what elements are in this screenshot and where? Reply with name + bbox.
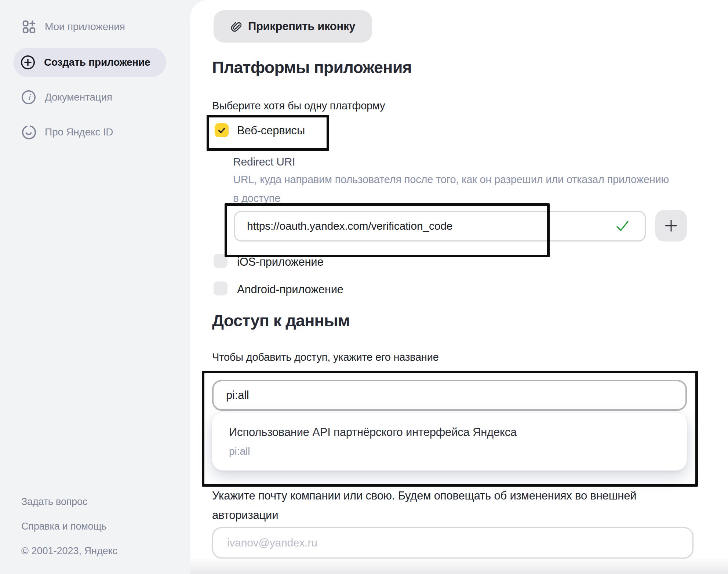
sidebar-footer: Задать вопрос Справка и помощь © 2001-20… [21, 496, 117, 557]
main-panel: Прикрепить иконку Платформы приложения В… [190, 0, 728, 574]
sidebar-item-about-yandex-id[interactable]: Про Яндекс ID [21, 124, 113, 141]
android-checkbox[interactable] [214, 281, 228, 295]
sidebar-item-label: Создать приложение [44, 57, 150, 68]
access-subtitle: Чтобы добавить доступ, укажите его назва… [212, 351, 439, 363]
plus-circle-icon [20, 54, 36, 70]
sidebar: Мои приложения Создать приложение i Доку… [0, 0, 190, 574]
web-services-checkbox-label[interactable]: Веб-сервисы [237, 124, 305, 137]
scope-suggestion-code: pi:all [229, 446, 250, 457]
bottom-fade [190, 557, 728, 574]
platforms-subtitle: Выберите хотя бы одну платформу [212, 100, 385, 112]
sidebar-item-label: Документация [45, 91, 112, 103]
redirect-uri-field-wrap [234, 211, 646, 241]
email-field-wrap [212, 527, 694, 559]
checkmark-icon [217, 126, 226, 135]
sidebar-item-my-apps[interactable]: Мои приложения [21, 18, 125, 35]
redirect-uri-label: Redirect URI [233, 156, 295, 168]
ios-checkbox[interactable] [214, 254, 228, 268]
scope-suggestion-title: Использование API партнёрского интерфейс… [229, 426, 517, 439]
scope-field-wrap [212, 380, 687, 411]
paperclip-icon [228, 20, 241, 33]
help-link[interactable]: Справка и помощь [21, 521, 117, 532]
apps-grid-plus-icon [21, 19, 37, 34]
email-input[interactable] [212, 527, 694, 559]
web-services-checkbox[interactable] [215, 123, 229, 137]
copyright-text: © 2001-2023, Яндекс [21, 545, 117, 557]
sidebar-item-create-app[interactable]: Создать приложение [13, 48, 166, 77]
yandex-id-icon [21, 124, 37, 140]
scope-suggestion-item[interactable]: Использование API партнёрского интерфейс… [212, 413, 687, 471]
attach-icon-button[interactable]: Прикрепить иконку [214, 10, 372, 43]
access-section-title: Доступ к данным [212, 311, 350, 330]
redirect-uri-description: URL, куда направим пользователя после то… [233, 170, 671, 208]
android-checkbox-label[interactable]: Android-приложение [237, 283, 343, 296]
redirect-uri-input[interactable] [234, 211, 646, 241]
info-circle-icon: i [21, 89, 37, 105]
ask-question-link[interactable]: Задать вопрос [21, 496, 117, 508]
add-redirect-uri-button[interactable] [655, 210, 687, 241]
plus-icon [663, 217, 680, 234]
email-description: Укажите почту компании или свою. Будем о… [212, 486, 689, 525]
valid-check-icon [615, 219, 630, 235]
scope-input[interactable] [212, 380, 687, 411]
ios-checkbox-label[interactable]: iOS-приложение [237, 255, 324, 269]
sidebar-item-docs[interactable]: i Документация [21, 89, 112, 106]
sidebar-item-label: Мои приложения [45, 21, 125, 33]
sidebar-item-label: Про Яндекс ID [45, 126, 113, 138]
attach-icon-button-label: Прикрепить иконку [248, 20, 355, 33]
platforms-section-title: Платформы приложения [212, 58, 412, 77]
svg-text:i: i [28, 92, 31, 102]
